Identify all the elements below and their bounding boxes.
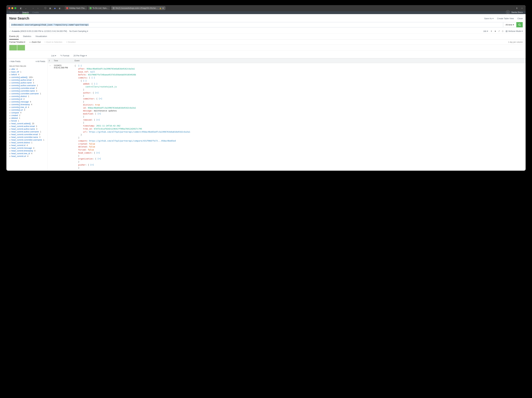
field-item[interactable]: a base_ref 1 [9, 71, 45, 73]
expand-icon[interactable]: [+] [96, 152, 100, 154]
expand-icon[interactable]: [+] [99, 97, 102, 100]
timeline-bar[interactable] [9, 45, 17, 51]
collapse-icon[interactable]: [-] [83, 80, 87, 82]
nav-search[interactable]: Search [22, 11, 29, 14]
tab-visualization[interactable]: Visualization [35, 33, 47, 39]
field-item[interactable]: a commits{}.committer.username 1 [9, 92, 45, 95]
time-range-picker[interactable]: All time ▾ [503, 22, 516, 27]
field-item[interactable]: a commits{}.id 4 [9, 98, 45, 100]
field-item[interactable]: a commits{}.message 4 [9, 100, 45, 103]
hide-fields-button[interactable]: ‹ Hide Fields [9, 60, 20, 63]
field-item[interactable]: a commits{}.committer.email 3 [9, 87, 45, 90]
field-item[interactable]: a head_commit.timestamp 4 [9, 149, 45, 152]
field-item[interactable]: a head_commit.message 4 [9, 147, 45, 149]
stop-icon[interactable]: ■ [495, 30, 496, 32]
save-as-button[interactable]: Save As ▾ [484, 17, 494, 20]
minimize-window-button[interactable] [11, 7, 13, 9]
field-item[interactable]: a head_commit.author.username 1 [9, 130, 45, 133]
window-controls [8, 7, 16, 9]
field-item[interactable]: a head_commit.author.name 3 [9, 128, 45, 130]
pause-icon[interactable]: ⏸ [490, 30, 493, 32]
print-icon[interactable]: ⎙ [502, 30, 503, 32]
per-page-dropdown[interactable]: 20 Per Page ▾ [73, 54, 87, 57]
field-item[interactable]: a commits{}.author.email 3 [9, 79, 45, 81]
download-icon[interactable]: ⬇ [515, 6, 519, 10]
field-item[interactable]: a commits{}.added{} 100+ [9, 76, 45, 79]
chevron-down-icon[interactable]: ⌄ [24, 6, 27, 10]
app-context-label[interactable]: Santa Docs [511, 11, 523, 13]
close-button[interactable]: Close [517, 17, 523, 20]
field-item[interactable]: a commits{}.tree_id 4 [9, 106, 45, 109]
field-item[interactable]: a compare 4 [9, 111, 45, 114]
events-table: i Time Event › 11/24/21 4:42:41.000 PM {… [48, 58, 526, 171]
search-submit-button[interactable] [516, 22, 523, 27]
info-icon[interactable]: ⓘ [44, 6, 47, 10]
timeline[interactable] [6, 45, 526, 53]
expand-icon[interactable]: [+] [97, 158, 101, 160]
field-item[interactable]: a head_commit.added{} 20 [9, 122, 45, 125]
format-button[interactable]: ✎ Format [60, 54, 69, 57]
job-menu[interactable]: Job ▾ [483, 30, 488, 32]
field-item[interactable]: a head_commit.url 4 [9, 155, 45, 158]
tab-statistics[interactable]: Statistics [23, 33, 31, 39]
event-count: 4 events [12, 30, 20, 32]
event-body[interactable]: { [-] after: 058ac9be65edfc3a1996763e6a8… [73, 63, 526, 171]
list-view-dropdown[interactable]: List ▾ [51, 54, 56, 57]
collapse-icon[interactable]: [-] [91, 77, 95, 79]
field-item[interactable]: a commits{}.url 4 [9, 109, 45, 111]
format-timeline-button[interactable]: Format Timeline ▾ [9, 41, 25, 43]
field-item[interactable]: a head_commit.author.email 3 [9, 125, 45, 128]
all-fields-button[interactable]: ≡ All Fields [36, 60, 45, 63]
expand-row-button[interactable]: › [48, 63, 52, 171]
field-item[interactable]: a head_commit.committer.email 3 [9, 133, 45, 136]
share-icon[interactable]: ↗ [498, 30, 500, 32]
field-item[interactable]: a created 2 [9, 114, 45, 117]
expand-icon[interactable]: [+] [95, 92, 99, 94]
ext-icon-2[interactable]: ◆ [53, 6, 57, 10]
field-item[interactable]: a forced 1 [9, 119, 45, 122]
field-item[interactable]: a commits{}.author.name 3 [9, 81, 45, 84]
back-icon[interactable]: ‹ [31, 6, 35, 10]
maximize-window-button[interactable] [14, 7, 16, 9]
page-header: New Search Save As ▾ Create Table View C… [6, 14, 526, 22]
zoom-out-button[interactable]: — Zoom Out [29, 41, 41, 43]
timeline-bar[interactable] [17, 45, 25, 51]
field-item[interactable]: a head_commit.distinct 1 [9, 141, 45, 144]
field-item[interactable]: a commits{}.timestamp 4 [9, 103, 45, 106]
field-item[interactable]: a before 4 [9, 73, 45, 76]
expand-icon[interactable]: [+] [97, 113, 101, 115]
field-item[interactable]: a commits{}.committer.name 3 [9, 90, 45, 92]
timeline-scale-label: 1 day per column [508, 41, 523, 43]
field-item[interactable]: a deleted 1 [9, 117, 45, 119]
expand-icon[interactable]: [+] [96, 119, 100, 121]
nav-credits[interactable]: Credits [32, 11, 39, 14]
expand-icon[interactable]: [+] [90, 164, 94, 166]
field-item[interactable]: a head_commit.tree_id 4 [9, 152, 45, 155]
browser-tab-0[interactable]: Holiday Hack Cha… [65, 6, 87, 10]
field-item[interactable]: a head_commit.id 4 [9, 144, 45, 147]
search-query-input[interactable]: index=main sourcetype=github_json "repos… [9, 22, 503, 27]
svg-point-0 [519, 24, 520, 26]
forward-icon[interactable]: › [36, 6, 40, 10]
sampling-dropdown[interactable]: No Event Sampling ▾ [69, 30, 88, 32]
create-table-view-button[interactable]: Create Table View [497, 17, 514, 20]
field-item[interactable]: a after 4 [9, 68, 45, 71]
reader-icon[interactable]: ⊜ [162, 7, 164, 9]
fields-sidebar: ‹ Hide Fields ≡ All Fields SELECTED FIEL… [6, 58, 48, 171]
sidebar-toggle-icon[interactable]: ◧ [19, 6, 23, 10]
new-tab-icon[interactable]: ＋ [520, 6, 524, 10]
address-bar[interactable]: hhc21.bossworkshops.io/en-US/app/SA-hhc/… [111, 6, 165, 10]
field-item[interactable]: a commits{}.author.username 1 [9, 84, 45, 87]
field-item[interactable]: a head_commit.committer.name 3 [9, 136, 45, 139]
close-window-button[interactable] [8, 7, 10, 9]
nav-todo[interactable]: To-Do List [9, 11, 19, 14]
browser-tab-1[interactable]: To-Do List | Splu… [88, 6, 110, 10]
ext-icon-1[interactable]: ▣ [48, 6, 52, 10]
tab-events[interactable]: Events (4) [9, 33, 19, 39]
collapse-icon[interactable]: [-] [78, 64, 82, 67]
search-mode-dropdown[interactable]: ▤ Verbose Mode ▾ [506, 30, 523, 32]
field-item[interactable]: a commits{}.distinct 1 [9, 95, 45, 98]
shield-icon[interactable]: ◐ [58, 6, 62, 10]
field-item[interactable]: a head_commit.committer.username 1 [9, 139, 45, 141]
collapse-icon[interactable]: [-] [94, 83, 97, 85]
